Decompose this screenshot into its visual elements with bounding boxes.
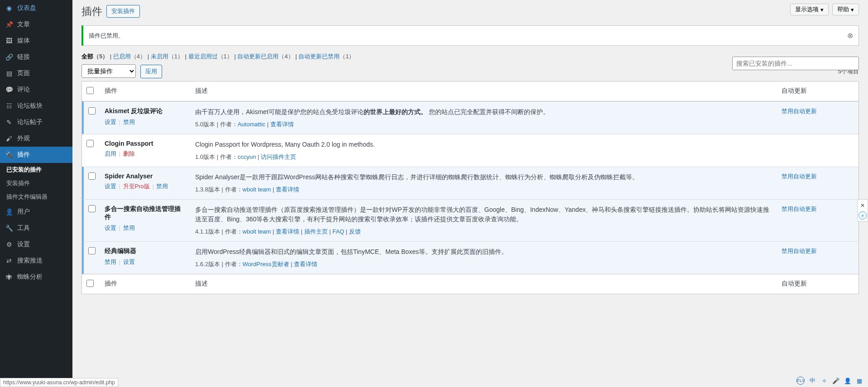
- plugin-action-link[interactable]: 禁用: [123, 119, 135, 125]
- plugin-action-link[interactable]: 禁用: [123, 225, 135, 231]
- filter-link[interactable]: 未启用（1）: [151, 53, 183, 60]
- plugin-description: 由千百万人使用，Akismet可能是保护您的站点免受垃圾评论的世界上最好的方式。…: [195, 107, 772, 117]
- plugin-row: Spider Analyser设置 | 升至Pro版 | 禁用Spider An…: [82, 167, 858, 199]
- column-plugin[interactable]: 插件: [100, 81, 191, 101]
- plugin-checkbox[interactable]: [88, 172, 96, 180]
- help-button[interactable]: 帮助 ▾: [832, 4, 859, 15]
- apply-bulk-button[interactable]: 应用: [140, 65, 162, 78]
- plugin-author-link[interactable]: WordPress贡献者: [243, 261, 289, 268]
- search-push-icon: ⇄: [5, 256, 14, 265]
- select-all-checkbox-footer[interactable]: [86, 280, 94, 287]
- dismiss-notice-icon[interactable]: ⊗: [847, 31, 853, 40]
- column-plugin-footer[interactable]: 插件: [100, 274, 191, 294]
- sidebar-item-spider[interactable]: 🕷蜘蛛分析: [0, 269, 72, 285]
- plugin-action-link[interactable]: 升至Pro版: [123, 183, 150, 190]
- plugin-action-link[interactable]: 设置: [105, 183, 116, 190]
- sidebar-item-search-push[interactable]: ⇄搜索推送: [0, 253, 72, 269]
- sidebar-submenu-item[interactable]: 已安装的插件: [0, 163, 72, 177]
- filter-link[interactable]: 自动更新已禁用（1）: [298, 53, 355, 60]
- plugins-table: 插件 描述 自动更新 Akismet 反垃圾评论设置 | 禁用由千百万人使用，A…: [82, 81, 859, 294]
- plugin-meta: 5.0版本 | 作者：Automattic | 查看详情: [195, 120, 772, 129]
- plugin-action-link[interactable]: 禁用: [105, 258, 116, 265]
- column-description-footer: 描述: [191, 274, 777, 294]
- column-auto-update-footer[interactable]: 自动更新: [777, 274, 858, 294]
- sidebar-item-dashboard[interactable]: ◉仪表盘: [0, 0, 72, 16]
- sidebar-item-appearance[interactable]: 🖌外观: [0, 130, 72, 147]
- chevron-down-icon: ▾: [820, 6, 824, 13]
- sidebar-item-pin[interactable]: 📌文章: [0, 16, 72, 33]
- plugin-description: 多合一搜索自动推送管理插件（原百度搜索推送管理插件）是一款针对WP开发的功能非常…: [195, 205, 772, 224]
- plugin-meta-link[interactable]: 插件主页: [304, 228, 328, 235]
- plugin-checkbox[interactable]: [88, 205, 96, 212]
- plugin-meta-link[interactable]: FAQ: [332, 228, 344, 235]
- plugin-action-link[interactable]: 设置: [105, 119, 116, 125]
- plugin-author-link[interactable]: cccyun: [238, 153, 256, 160]
- appearance-icon: 🖌: [5, 134, 14, 143]
- filter-link[interactable]: 最近启用过（1）: [188, 53, 233, 60]
- search-plugins-input[interactable]: [732, 57, 859, 70]
- plugin-meta: 1.3.8版本 | 作者：wbolt team | 查看详情: [195, 186, 772, 194]
- bulk-action-select[interactable]: 批量操作: [82, 64, 136, 78]
- sidebar-item-settings[interactable]: ⚙设置: [0, 236, 72, 253]
- sidebar-item-label: 媒体: [17, 37, 30, 45]
- widget-icon[interactable]: e: [858, 211, 867, 220]
- plugin-action-link[interactable]: 启用: [105, 150, 116, 157]
- filter-link[interactable]: 自动更新已启用（4）: [237, 53, 293, 60]
- plugin-checkbox[interactable]: [88, 107, 96, 115]
- sidebar-item-forum-post[interactable]: ✎论坛帖子: [0, 114, 72, 130]
- sidebar-item-media[interactable]: 🖼媒体: [0, 33, 72, 49]
- plugin-author-link[interactable]: wbolt team: [243, 228, 271, 235]
- sidebar-item-comment[interactable]: 💬评论: [0, 81, 72, 98]
- toggle-auto-update-link[interactable]: 禁用自动更新: [782, 173, 817, 180]
- plugin-checkbox[interactable]: [86, 140, 94, 147]
- sidebar-item-forum-board[interactable]: ☷论坛板块: [0, 98, 72, 114]
- dashboard-icon: ◉: [5, 4, 14, 13]
- sidebar-item-label: 论坛板块: [17, 102, 43, 110]
- select-all-checkbox[interactable]: [86, 87, 94, 94]
- sidebar-item-label: 插件: [17, 151, 30, 159]
- sidebar-item-user[interactable]: 👤用户: [0, 204, 72, 220]
- forum-post-icon: ✎: [5, 118, 14, 127]
- plugin-meta-link[interactable]: 反馈: [349, 228, 361, 235]
- plugin-name: Spider Analyser: [105, 172, 186, 180]
- plugin-action-link[interactable]: 设置: [105, 225, 116, 231]
- plugin-meta: 4.1.1版本 | 作者：wbolt team | 查看详情 | 插件主页 | …: [195, 228, 772, 236]
- plugin-action-link[interactable]: 禁用: [156, 183, 168, 190]
- plugin-author-link[interactable]: Automattic: [238, 121, 265, 128]
- add-new-plugin-button[interactable]: 安装插件: [106, 5, 140, 18]
- close-icon[interactable]: ✕: [858, 201, 867, 210]
- sidebar-item-link[interactable]: 🔗链接: [0, 49, 72, 65]
- plugin-meta-link[interactable]: 查看详情: [276, 228, 299, 235]
- plugin-action-link[interactable]: 设置: [123, 258, 135, 265]
- settings-icon: ⚙: [5, 240, 14, 249]
- sidebar-submenu-item[interactable]: 安装插件: [0, 177, 72, 190]
- sidebar-item-tool[interactable]: 🔧工具: [0, 220, 72, 236]
- toggle-auto-update-link[interactable]: 禁用自动更新: [782, 108, 817, 115]
- notice-text: 插件已禁用。: [89, 32, 124, 40]
- plugin-checkbox[interactable]: [88, 247, 96, 254]
- column-description: 描述: [191, 81, 777, 101]
- sidebar-item-label: 外观: [17, 134, 30, 143]
- sidebar-item-page[interactable]: ▤页面: [0, 65, 72, 81]
- plugin-author-link[interactable]: wbolt team: [243, 186, 271, 193]
- plugin-meta-link[interactable]: 查看详情: [270, 121, 294, 128]
- forum-board-icon: ☷: [5, 101, 14, 110]
- plugin-icon: 🔌: [5, 150, 14, 159]
- plugin-meta-link[interactable]: 查看详情: [294, 261, 317, 268]
- screen-options-button[interactable]: 显示选项 ▾: [790, 4, 829, 15]
- sidebar-submenu-item[interactable]: 插件文件编辑器: [0, 190, 72, 204]
- plugin-meta-link[interactable]: 查看详情: [276, 186, 299, 193]
- float-widget[interactable]: ✕ e: [857, 199, 868, 222]
- chevron-down-icon: ▾: [851, 6, 854, 13]
- plugin-meta: 1.0版本 | 作者：cccyun | 访问插件主页: [195, 153, 772, 161]
- filter-link[interactable]: 已启用（4）: [113, 53, 146, 60]
- sidebar-item-label: 工具: [17, 224, 30, 232]
- plugin-action-link[interactable]: 删除: [123, 150, 135, 157]
- filter-link[interactable]: 全部（5）: [82, 53, 108, 60]
- toggle-auto-update-link[interactable]: 禁用自动更新: [782, 205, 817, 212]
- plugin-meta-link[interactable]: 访问插件主页: [261, 153, 296, 160]
- column-auto-update[interactable]: 自动更新: [777, 81, 858, 101]
- plugin-description: Spider Analyser是一款用于跟踪WordPress网站各种搜索引擎蜘…: [195, 172, 772, 182]
- toggle-auto-update-link[interactable]: 禁用自动更新: [782, 248, 817, 254]
- sidebar-item-plugin[interactable]: 🔌插件: [0, 147, 72, 163]
